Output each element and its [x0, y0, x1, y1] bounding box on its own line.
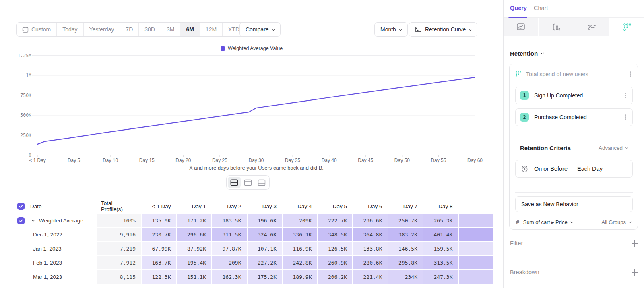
row-label-cell: Weighted Average ... [16, 214, 96, 227]
chart-view-icon [244, 179, 252, 186]
retention-criteria-header: Retention Criteria Advanced [520, 145, 628, 151]
y-tick-label: 750K [11, 93, 31, 98]
row-label: Dec 1, 2022 [33, 232, 62, 238]
retention-cell: 209K [282, 214, 317, 227]
row-label-cell: Mar 1, 2023 [16, 270, 96, 284]
measure-property-dropdown[interactable]: Sum of cart ▸ Price [523, 219, 597, 225]
compare-button[interactable]: Compare [239, 22, 281, 37]
range-30d[interactable]: 30D [139, 23, 161, 36]
kebab-menu-icon[interactable] [622, 92, 628, 99]
report-insights-button[interactable] [504, 18, 539, 36]
date-range-picker: CustomTodayYesterday7D30D3M6M12MXTD [16, 22, 250, 37]
x-tick-label: Day 60 [459, 157, 491, 163]
retention-cell: 280.6K [352, 256, 388, 269]
table-row: Mar 1, 20238,115122.3K151.1K162.3K175.2K… [16, 270, 503, 284]
retention-cell-partial [458, 242, 493, 255]
measure-row: # Sum of cart ▸ Price All Groups [510, 214, 638, 230]
add-filter-button[interactable] [632, 240, 638, 247]
add-breakdown-button[interactable] [632, 269, 638, 276]
x-tick-label: Day 15 [131, 157, 163, 163]
range-yesterday[interactable]: Yesterday [84, 23, 120, 36]
table-header-row: DateTotal Profile(s)< 1 DayDay 1Day 2Day… [16, 199, 503, 214]
row-checkbox[interactable] [17, 217, 25, 224]
chart-legend[interactable]: Weighted Average Value [0, 46, 503, 51]
save-as-new-behavior-button[interactable]: Save as New Behavior [515, 196, 633, 212]
column-header: Day 4 [282, 199, 317, 214]
split-view-button[interactable] [228, 177, 241, 188]
retention-cell: 336.1K [282, 228, 317, 241]
range-label: Custom [31, 26, 51, 33]
retention-cell: 163.7K [141, 256, 176, 269]
retention-cell: 116.9K [282, 242, 317, 255]
chart-type-button[interactable]: Retention Curve [409, 22, 477, 37]
filter-label: Filter [510, 240, 632, 247]
granularity-button[interactable]: Month [374, 22, 408, 37]
y-tick-label: 0 [11, 152, 31, 158]
legend-swatch [221, 46, 225, 51]
range-6m[interactable]: 6M [180, 23, 200, 36]
tab-chart[interactable]: Chart [534, 5, 548, 11]
retention-timing-control[interactable]: On or Before Each Day [515, 160, 633, 178]
granularity-label: Month [380, 26, 396, 33]
kebab-menu-icon[interactable] [627, 71, 633, 77]
event-row-sign-up-completed[interactable]: 1 Sign Up Completed [515, 87, 633, 104]
retention-cell: 260.9K [317, 256, 353, 269]
total-profiles-cell: 100% [96, 214, 141, 227]
tab-query[interactable]: Query [510, 5, 527, 11]
table-view-icon [258, 179, 266, 186]
row-label-cell: Feb 1, 2023 [16, 256, 96, 269]
report-funnels-button[interactable] [539, 18, 574, 36]
chart-view-button[interactable] [242, 177, 254, 188]
retention-cell: 348.5K [317, 228, 353, 241]
toolbar: CustomTodayYesterday7D30D3M6M12MXTD Comp… [16, 22, 483, 37]
retention-section-heading[interactable]: Retention [510, 50, 543, 57]
report-flows-button[interactable] [574, 18, 610, 36]
column-header: Day 2 [211, 199, 247, 214]
range-today[interactable]: Today [57, 23, 83, 36]
measure-scope-dropdown[interactable]: All Groups [601, 219, 631, 225]
column-header: Day 5 [317, 199, 353, 214]
range-label: 12M [206, 26, 217, 33]
y-tick-label: 250K [11, 133, 31, 138]
x-tick-label: Day 20 [167, 157, 199, 163]
filter-section: Filter [510, 240, 638, 247]
retention-cell: 195.4K [176, 256, 212, 269]
criteria-mode-dropdown[interactable]: Advanced [599, 145, 628, 151]
measure-scope-label: All Groups [601, 219, 626, 225]
range-3m[interactable]: 3M [161, 23, 180, 36]
report-retention-button[interactable] [610, 18, 644, 36]
chevron-down-icon [271, 27, 275, 30]
event-index-badge: 2 [520, 113, 529, 122]
retention-cell: 135.9K [141, 214, 176, 227]
row-label: Feb 1, 2023 [33, 260, 62, 266]
retention-cell: 222.7K [317, 214, 353, 227]
retention-cell: 234K [388, 270, 423, 284]
retention-cell: 230.7K [141, 228, 176, 241]
table-view-button[interactable] [255, 177, 268, 188]
event-row-purchase-completed[interactable]: 2 Purchase Completed [515, 108, 633, 126]
range-label: Yesterday [89, 26, 114, 33]
kebab-menu-icon[interactable] [622, 114, 628, 120]
range-custom[interactable]: Custom [17, 23, 57, 36]
retention-cell: 97.87K [211, 242, 247, 255]
retention-cell: 221.4K [352, 270, 388, 284]
retention-curve-icon [415, 26, 422, 33]
view-toggle [226, 175, 270, 190]
retention-cell: 146.5K [388, 242, 423, 255]
column-header: Day 1 [176, 199, 212, 214]
retention-cell: 87.92K [176, 242, 212, 255]
retention-cell: 67.99K [141, 242, 176, 255]
expand-chevron-icon[interactable] [32, 218, 35, 221]
row-label: Jan 1, 2023 [33, 246, 62, 252]
range-7d[interactable]: 7D [120, 23, 139, 36]
row-label: Weighted Average ... [39, 218, 89, 224]
range-12m[interactable]: 12M [200, 23, 223, 36]
range-label: 30D [144, 26, 155, 33]
retention-cell: 133.8K [352, 242, 388, 255]
table-row: Feb 1, 20237,912163.7K195.4K209K227.2K24… [16, 256, 503, 269]
retention-curve-chart [0, 52, 503, 165]
x-tick-label: Day 55 [422, 157, 454, 163]
x-tick-label: Day 25 [204, 157, 236, 163]
row-checkbox[interactable] [17, 203, 25, 210]
retention-cell-partial [458, 256, 493, 269]
